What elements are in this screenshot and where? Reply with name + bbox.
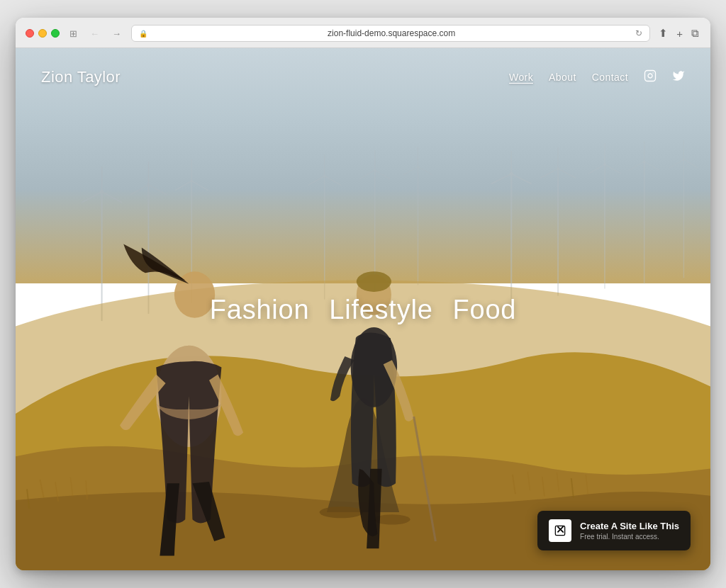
- back-button[interactable]: ←: [87, 27, 102, 40]
- url-text: zion-fluid-demo.squarespace.com: [152, 28, 631, 38]
- site-content: Zion Taylor Work About Contact: [16, 48, 710, 570]
- windows-button[interactable]: ⧉: [690, 26, 700, 41]
- svg-line-75: [414, 417, 436, 541]
- browser-window: ⊞ ← → 🔒 zion-fluid-demo.squarespace.com …: [16, 18, 710, 570]
- twitter-icon[interactable]: [672, 69, 685, 85]
- cta-title: Create A Site Like This: [580, 521, 679, 531]
- share-button[interactable]: ⬆: [657, 26, 669, 41]
- maximize-button[interactable]: [51, 29, 60, 38]
- nav-about[interactable]: About: [549, 72, 576, 83]
- traffic-lights: [26, 29, 60, 38]
- cta-text-block: Create A Site Like This Free trial. Inst…: [580, 521, 679, 541]
- svg-point-73: [357, 271, 391, 292]
- nav-contact[interactable]: Contact: [592, 72, 628, 83]
- address-bar[interactable]: 🔒 zion-fluid-demo.squarespace.com ↻: [131, 25, 650, 42]
- lock-icon: 🔒: [139, 30, 147, 38]
- cta-badge[interactable]: Create A Site Like This Free trial. Inst…: [537, 511, 691, 550]
- forward-button[interactable]: →: [109, 27, 124, 40]
- squarespace-icon: [549, 519, 571, 542]
- hero-category-food[interactable]: Food: [453, 294, 517, 324]
- site-logo[interactable]: Zion Taylor: [41, 68, 121, 86]
- close-button[interactable]: [26, 29, 34, 38]
- site-nav: Work About Contact: [509, 69, 685, 85]
- hero-text: Fashion Lifestyle Food: [210, 294, 516, 324]
- new-tab-button[interactable]: +: [675, 26, 684, 41]
- svg-rect-76: [645, 71, 656, 81]
- instagram-icon[interactable]: [644, 69, 657, 85]
- cta-subtitle: Free trial. Instant access.: [580, 533, 679, 541]
- browser-actions: ⬆ + ⧉: [657, 26, 700, 41]
- nav-work[interactable]: Work: [509, 72, 533, 83]
- site-header: Zion Taylor Work About Contact: [16, 48, 710, 106]
- window-switcher-button[interactable]: ⊞: [67, 27, 80, 40]
- browser-chrome: ⊞ ← → 🔒 zion-fluid-demo.squarespace.com …: [16, 18, 710, 48]
- hero-category-fashion[interactable]: Fashion: [210, 294, 310, 324]
- refresh-icon: ↻: [635, 28, 642, 38]
- hero-category-lifestyle[interactable]: Lifestyle: [329, 294, 432, 324]
- minimize-button[interactable]: [38, 29, 47, 38]
